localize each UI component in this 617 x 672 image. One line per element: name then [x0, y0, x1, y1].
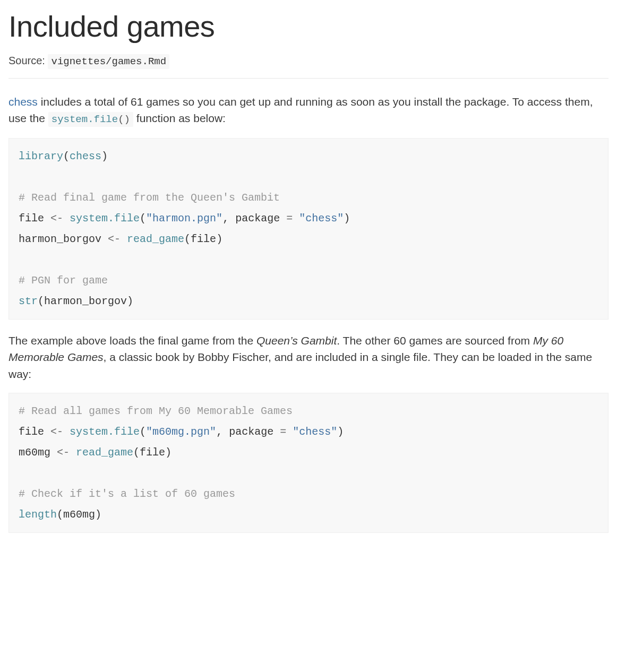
inline-fn: system.file [52, 114, 118, 125]
code-block-2: # Read all games from My 60 Memorable Ga… [8, 393, 609, 533]
fn-library[interactable]: library [19, 150, 63, 162]
pkg-chess[interactable]: chess [70, 150, 101, 162]
fn-length[interactable]: length [19, 509, 57, 521]
comment: # PGN for game [19, 274, 108, 287]
fn-systemfile[interactable]: system.file [70, 212, 140, 225]
em-queens-gambit: Queen’s Gambit [256, 334, 337, 347]
code-block-1: library(chess) # Read final game from th… [8, 138, 609, 320]
comment: # Read all games from My 60 Memorable Ga… [19, 405, 293, 417]
fn-readgame[interactable]: read_game [76, 446, 133, 459]
intro-text-b: function as below: [133, 112, 226, 124]
inline-parens: () [118, 114, 130, 125]
page-title: Included games [8, 8, 609, 44]
fn-systemfile[interactable]: system.file [70, 426, 140, 438]
divider [8, 78, 609, 79]
inline-code-systemfile: system.file() [48, 112, 133, 127]
chess-link[interactable]: chess [8, 96, 38, 108]
fn-readgame[interactable]: read_game [127, 233, 184, 245]
source-line: Source: vignettes/games.Rmd [8, 53, 609, 70]
page-root: Included games Source: vignettes/games.R… [0, 0, 617, 533]
source-path: vignettes/games.Rmd [48, 54, 169, 69]
comment: # Check if it's a list of 60 games [19, 488, 235, 500]
fn-str[interactable]: str [19, 295, 38, 307]
mid-paragraph: The example above loads the final game f… [8, 332, 609, 383]
comment: # Read final game from the Queen's Gambi… [19, 192, 280, 204]
source-label: Source: [8, 55, 48, 66]
intro-paragraph: chess includes a total of 61 games so yo… [8, 93, 609, 127]
